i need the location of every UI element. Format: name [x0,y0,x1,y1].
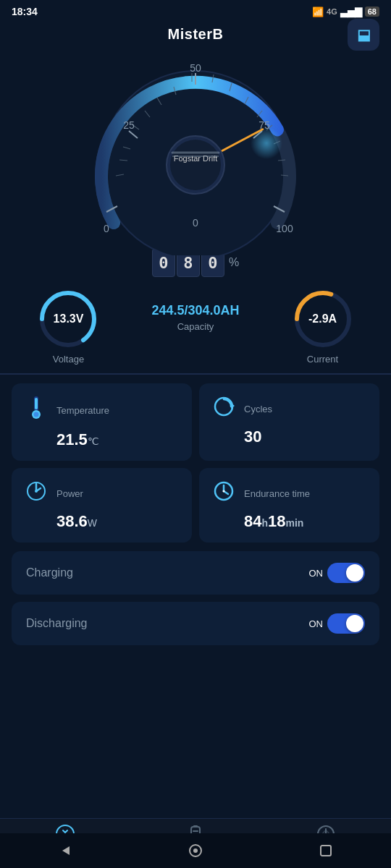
cycles-label: Cycles [244,404,272,414]
cards-row-2: Power 38.6W Endurance time [12,468,379,542]
svg-marker-59 [62,846,70,855]
charging-state: ON [309,568,324,579]
svg-rect-55 [193,830,198,832]
current-circle: -2.9A [293,289,353,349]
signal-bars: ▃▅▇ [340,7,362,17]
charging-row: Charging ON [12,551,379,595]
current-label: Current [307,354,338,365]
power-icon [23,480,49,508]
cycles-card: Cycles 30 [199,383,379,461]
android-back-btn[interactable] [52,838,78,864]
svg-point-51 [223,490,225,493]
charging-track[interactable] [327,563,365,583]
voltage-circle: 13.3V [38,289,98,349]
endurance-icon [211,480,237,508]
svg-point-43 [34,412,39,417]
cards-section: Temperature 21.5℃ Cycles 30 [0,375,391,551]
percent-sign: % [229,256,239,269]
temperature-value: 21.5℃ [23,430,180,449]
cycles-header: Cycles [211,395,368,423]
endurance-card: Endurance time 84h18min [199,468,379,542]
header: MisterB ⬓ [0,20,391,46]
svg-rect-62 [321,846,331,856]
discharging-state: ON [309,618,324,629]
endurance-value: 84h18min [211,512,368,531]
page-title: MisterB [168,26,224,43]
voltage-stat: 13.3V Voltage [38,289,98,365]
discharging-row: Discharging ON [12,602,379,645]
temperature-header: Temperature [23,395,180,426]
toggle-section: Charging ON Discharging ON [0,551,391,645]
svg-text:0: 0 [104,223,109,234]
power-card: Power 38.6W [12,468,192,542]
temperature-icon [23,395,49,426]
capacity-value: 244.5/304.0AH [151,303,239,318]
power-label: Power [56,488,83,499]
charging-label: Charging [26,566,73,579]
svg-text:0: 0 [193,217,198,229]
voltage-value: 13.3V [54,312,84,326]
signal-icon: 4G [327,7,337,16]
temperature-label: Temperature [56,405,109,416]
discharging-thumb [346,615,363,632]
svg-text:50: 50 [190,62,201,74]
status-bar: 18:34 📶 4G ▃▅▇ 68 [0,0,391,20]
bluetooth-icon: ⬓ [357,26,371,43]
current-stat: -2.9A Current [293,289,353,365]
android-nav [0,833,391,868]
svg-point-32 [170,140,221,190]
endurance-header: Endurance time [211,480,368,508]
svg-point-61 [193,848,198,853]
svg-text:25: 25 [123,119,135,131]
gauge-container: 0 25 50 75 100 0 Fogstar Drift [0,46,391,255]
status-time: 18:34 [12,6,38,17]
stats-row: 13.3V Voltage 244.5/304.0AH Capacity -2.… [0,283,391,375]
android-square-btn[interactable] [313,838,339,864]
capacity-stat: 244.5/304.0AH Capacity [151,289,239,332]
svg-rect-41 [35,398,38,409]
discharging-track[interactable] [327,613,365,634]
discharging-label: Discharging [26,617,87,630]
gauge-svg: 0 25 50 75 100 0 Fogstar Drift [80,53,311,255]
battery-indicator: 68 [365,7,379,17]
discharging-switch[interactable]: ON [309,613,366,634]
current-value: -2.9A [308,312,337,326]
cycles-value: 30 [211,427,368,446]
capacity-label: Capacity [177,321,214,332]
temperature-card: Temperature 21.5℃ [12,383,192,461]
svg-text:100: 100 [276,223,293,234]
svg-text:Fogstar Drift: Fogstar Drift [174,154,218,163]
charging-thumb [346,564,363,582]
cards-row-1: Temperature 21.5℃ Cycles 30 [12,383,379,461]
charging-switch[interactable]: ON [309,563,366,583]
voltage-label: Voltage [53,354,84,365]
android-home-btn[interactable] [182,838,209,864]
cycles-icon [211,395,237,423]
endurance-label: Endurance time [244,488,310,499]
svg-rect-54 [193,825,198,827]
svg-point-44 [215,398,232,415]
bt-status-icon: 📶 [312,7,324,17]
status-icons: 📶 4G ▃▅▇ 68 [312,7,379,17]
power-value: 38.6W [23,512,180,531]
svg-point-47 [35,490,38,493]
power-header: Power [23,480,180,508]
